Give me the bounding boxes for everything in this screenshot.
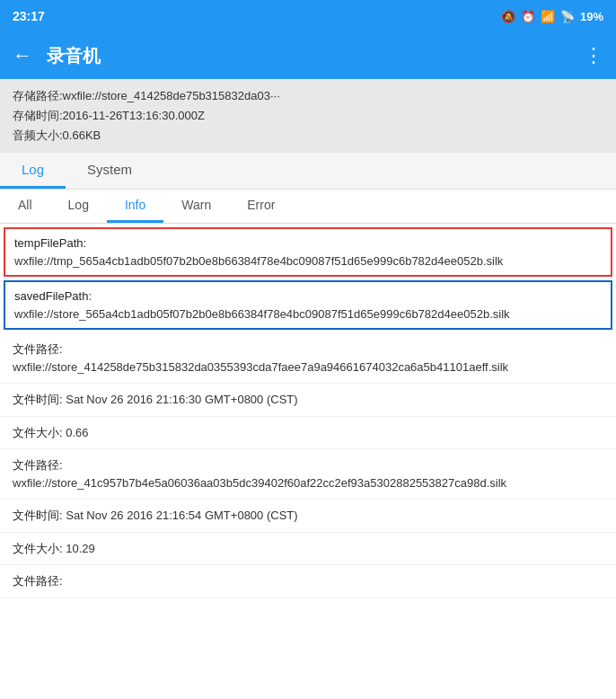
tab-warn[interactable]: Warn bbox=[163, 190, 229, 223]
file-time-2-value: Sat Nov 26 2016 21:16:54 GMT+0800 (CST) bbox=[66, 509, 297, 522]
file-path-3-label: 文件路径: bbox=[13, 574, 63, 588]
file-time-2-label: 文件时间: bbox=[13, 509, 63, 522]
saved-file-path-value: wxfile://store_565a4cb1adb05f07b2b0e8b66… bbox=[14, 307, 510, 321]
log-entry-file-path-3: 文件路径: bbox=[0, 565, 616, 598]
tab-log-filter[interactable]: Log bbox=[50, 190, 107, 223]
log-entry-file-path-1: 文件路径: wxfile://store_414258de75b315832da… bbox=[0, 333, 616, 384]
log-entry-file-time-1: 文件时间: Sat Nov 26 2016 21:16:30 GMT+0800 … bbox=[0, 384, 616, 417]
saved-file-path-label: savedFilePath: bbox=[14, 289, 92, 303]
page-title: 录音机 bbox=[47, 44, 569, 68]
file-size-1-value: 0.66 bbox=[66, 426, 88, 439]
log-entry-file-path-2: 文件路径: wxfile://store_41c957b7b4e5a06036a… bbox=[0, 449, 616, 500]
more-menu-button[interactable]: ⋮ bbox=[584, 44, 603, 67]
title-bar: ← 录音机 ⋮ bbox=[0, 32, 616, 79]
tab-info[interactable]: Info bbox=[107, 190, 163, 223]
file-time-1-value: Sat Nov 26 2016 21:16:30 GMT+0800 (CST) bbox=[66, 393, 297, 406]
file-time-1-label: 文件时间: bbox=[13, 393, 63, 406]
tab-all[interactable]: All bbox=[0, 190, 50, 223]
tab-error[interactable]: Error bbox=[229, 190, 293, 223]
file-path-1-label: 文件路径: bbox=[13, 342, 63, 356]
log-entry-file-time-2: 文件时间: Sat Nov 26 2016 21:16:54 GMT+0800 … bbox=[0, 500, 616, 533]
tab-system[interactable]: System bbox=[66, 153, 154, 189]
log-entry-file-size-1: 文件大小: 0.66 bbox=[0, 417, 616, 450]
info-section: 存储路径:wxfile://store_414258de75b315832da0… bbox=[0, 79, 616, 153]
wifi-icon: 📶 bbox=[541, 10, 555, 23]
file-size-2-value: 10.29 bbox=[66, 542, 95, 555]
status-time: 23:17 bbox=[13, 9, 45, 23]
status-icons: 🔕 ⏰ 📶 📡 19% bbox=[501, 10, 603, 23]
log-entry-temp-file-path: tempFilePath: wxfile://tmp_565a4cb1adb05… bbox=[4, 227, 612, 277]
temp-file-path-label: tempFilePath: bbox=[14, 236, 86, 250]
tab-bar-secondary: All Log Info Warn Error bbox=[0, 190, 616, 224]
file-path-2-label: 文件路径: bbox=[13, 458, 63, 472]
silent-icon: 🔕 bbox=[501, 10, 515, 23]
info-line-1: 存储路径:wxfile://store_414258de75b315832da0… bbox=[13, 86, 603, 106]
alarm-icon: ⏰ bbox=[521, 10, 535, 23]
info-line-3: 音频大小:0.66KB bbox=[13, 126, 603, 146]
log-content-area: tempFilePath: wxfile://tmp_565a4cb1adb05… bbox=[0, 224, 616, 699]
log-entry-file-size-2: 文件大小: 10.29 bbox=[0, 533, 616, 566]
file-path-1-value: wxfile://store_414258de75b315832da035539… bbox=[13, 360, 508, 374]
file-path-2-value: wxfile://store_41c957b7b4e5a06036aa03b5d… bbox=[13, 476, 506, 490]
info-line-2: 存储时间:2016-11-26T13:16:30.000Z bbox=[13, 106, 603, 126]
file-size-1-label: 文件大小: bbox=[13, 426, 63, 439]
signal-icon: 📡 bbox=[560, 10, 575, 23]
tab-log[interactable]: Log bbox=[0, 153, 66, 189]
back-button[interactable]: ← bbox=[13, 44, 32, 67]
log-entry-saved-file-path: savedFilePath: wxfile://store_565a4cb1ad… bbox=[4, 280, 612, 330]
status-bar: 23:17 🔕 ⏰ 📶 📡 19% bbox=[0, 0, 616, 32]
file-size-2-label: 文件大小: bbox=[13, 542, 63, 555]
temp-file-path-value: wxfile://tmp_565a4cb1adb05f07b2b0e8b6638… bbox=[14, 254, 503, 268]
tab-bar-primary: Log System bbox=[0, 153, 616, 190]
battery-icon: 19% bbox=[580, 10, 603, 23]
